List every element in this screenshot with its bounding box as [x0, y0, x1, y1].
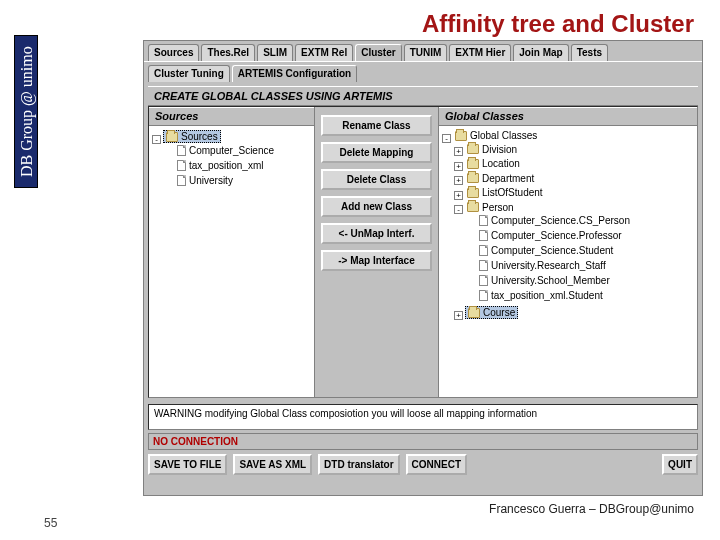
file-icon — [479, 260, 488, 271]
tab-thes-rel[interactable]: Thes.Rel — [201, 44, 255, 61]
global-class-node[interactable]: Person — [465, 202, 516, 213]
tab-sources[interactable]: Sources — [148, 44, 199, 61]
subtab-artemis-configuration[interactable]: ARTEMIS Configuration — [232, 65, 357, 82]
folder-icon — [467, 159, 479, 169]
delete-class-button[interactable]: Delete Class — [321, 169, 432, 190]
sources-header: Sources — [149, 107, 314, 126]
slide-title: Affinity tree and Cluster — [0, 10, 720, 38]
rename-class-button[interactable]: Rename Class — [321, 115, 432, 136]
tree-spacer — [164, 147, 173, 156]
connect-button[interactable]: CONNECT — [406, 454, 467, 475]
sources-tree[interactable]: -SourcesComputer_Sciencetax_position_xml… — [149, 126, 314, 397]
file-icon — [479, 230, 488, 241]
interface-node[interactable]: University.Research_Staff — [477, 260, 608, 271]
tree-toggle-icon[interactable]: - — [152, 135, 161, 144]
delete-mapping-button[interactable]: Delete Mapping — [321, 142, 432, 163]
global-class-node[interactable]: Location — [465, 158, 522, 169]
file-icon — [479, 275, 488, 286]
tree-spacer — [466, 292, 475, 301]
interface-node[interactable]: Computer_Science.CS_Person — [477, 215, 632, 226]
tree-spacer — [466, 262, 475, 271]
global-root-node[interactable]: Global Classes — [453, 130, 539, 141]
tab-extm-hier[interactable]: EXTM Hier — [449, 44, 511, 61]
tab-extm-rel[interactable]: EXTM Rel — [295, 44, 353, 61]
tree-toggle-icon[interactable]: + — [454, 191, 463, 200]
global-header: Global Classes — [439, 107, 697, 126]
interface-node[interactable]: University.School_Member — [477, 275, 612, 286]
interface-node[interactable]: Computer_Science.Professor — [477, 230, 624, 241]
folder-icon — [455, 131, 467, 141]
file-icon — [177, 145, 186, 156]
bottom-button-row: SAVE TO FILESAVE AS XMLDTD translatorCON… — [148, 450, 698, 475]
file-icon — [479, 290, 488, 301]
global-class-node[interactable]: Department — [465, 173, 536, 184]
tree-spacer — [466, 277, 475, 286]
folder-icon — [467, 202, 479, 212]
save-as-xml-button[interactable]: SAVE AS XML — [233, 454, 312, 475]
tab-cluster[interactable]: Cluster — [355, 44, 401, 61]
tree-spacer — [466, 232, 475, 241]
page-number: 55 — [44, 516, 57, 530]
folder-icon — [467, 173, 479, 183]
tab-tests[interactable]: Tests — [571, 44, 608, 61]
interface-node[interactable]: tax_position_xml.Student — [477, 290, 605, 301]
tree-toggle-icon[interactable]: + — [454, 147, 463, 156]
unmap-interf-button[interactable]: <- UnMap Interf. — [321, 223, 432, 244]
tree-toggle-icon[interactable]: + — [454, 176, 463, 185]
sources-root-node[interactable]: Sources — [163, 130, 221, 143]
artemis-app-window: SourcesThes.RelSLIMEXTM RelClusterTUNIME… — [143, 40, 703, 496]
file-icon — [177, 160, 186, 171]
global-classes-column: Global Classes -Global Classes+Division+… — [439, 107, 697, 397]
interface-node[interactable]: Computer_Science.Student — [477, 245, 615, 256]
folder-icon — [467, 144, 479, 154]
tree-toggle-icon[interactable]: + — [454, 162, 463, 171]
tab-tunim[interactable]: TUNIM — [404, 44, 448, 61]
file-icon — [479, 215, 488, 226]
sources-column: Sources -SourcesComputer_Sciencetax_posi… — [149, 107, 315, 397]
main-columns: Sources -SourcesComputer_Sciencetax_posi… — [148, 106, 698, 398]
save-to-file-button[interactable]: SAVE TO FILE — [148, 454, 227, 475]
subtab-cluster-tuning[interactable]: Cluster Tuning — [148, 65, 230, 82]
connection-status: NO CONNECTION — [148, 433, 698, 450]
global-class-node[interactable]: Course — [465, 306, 518, 319]
source-node[interactable]: Computer_Science — [175, 145, 276, 156]
source-node[interactable]: University — [175, 175, 235, 186]
global-class-node[interactable]: ListOfStudent — [465, 187, 545, 198]
footer-author: Francesco Guerra – DBGroup@unimo — [489, 502, 694, 516]
sub-tab-row: Cluster TuningARTEMIS Configuration — [148, 62, 698, 82]
top-tab-row: SourcesThes.RelSLIMEXTM RelClusterTUNIME… — [144, 41, 702, 61]
folder-icon — [166, 132, 178, 142]
tab-slim[interactable]: SLIM — [257, 44, 293, 61]
folder-icon — [468, 308, 480, 318]
folder-icon — [467, 188, 479, 198]
sidebar-label: DB Group @ unimo — [14, 35, 38, 188]
panel-header: CREATE GLOBAL CLASSES USING ARTEMIS — [148, 86, 698, 106]
tree-spacer — [466, 217, 475, 226]
global-tree[interactable]: -Global Classes+Division+Location+Depart… — [439, 126, 697, 397]
file-icon — [177, 175, 186, 186]
tree-toggle-icon[interactable]: + — [454, 311, 463, 320]
add-new-class-button[interactable]: Add new Class — [321, 196, 432, 217]
map-interface-button[interactable]: -> Map Interface — [321, 250, 432, 271]
warning-text: WARNING modifying Global Class composiot… — [148, 404, 698, 430]
tree-spacer — [164, 177, 173, 186]
source-node[interactable]: tax_position_xml — [175, 160, 265, 171]
tree-spacer — [466, 247, 475, 256]
tab-join-map[interactable]: Join Map — [513, 44, 568, 61]
file-icon — [479, 245, 488, 256]
dtd-translator-button[interactable]: DTD translator — [318, 454, 399, 475]
tree-toggle-icon[interactable]: - — [454, 205, 463, 214]
tree-toggle-icon[interactable]: - — [442, 134, 451, 143]
tree-spacer — [164, 162, 173, 171]
actions-column: Rename ClassDelete MappingDelete ClassAd… — [315, 107, 439, 397]
quit-button[interactable]: QUIT — [662, 454, 698, 475]
global-class-node[interactable]: Division — [465, 144, 519, 155]
